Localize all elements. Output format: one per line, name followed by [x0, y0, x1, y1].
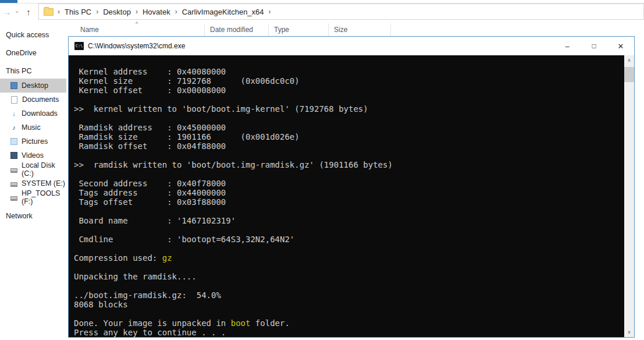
breadcrumb-separator-icon: ›	[96, 8, 98, 16]
sidebar-item-downloads[interactable]: ↓Downloads	[0, 107, 66, 121]
console-line: Kernel size : 7192768 (0x006dc0c0)	[74, 76, 624, 86]
sidebar-item-this-pc[interactable]: This PC	[0, 64, 66, 78]
console-line: Tags address : 0x44000000	[74, 188, 624, 197]
column-header-label: Size	[334, 26, 347, 34]
column-headers: ^NameDate modifiedTypeSize	[72, 23, 644, 36]
sidebar-item-label: Music	[22, 123, 41, 132]
picture-icon	[10, 138, 17, 145]
console-line	[74, 58, 624, 67]
video-icon	[10, 152, 17, 159]
window-controls: – □ ✕	[554, 37, 634, 55]
sidebar-item-label: OneDrive	[6, 49, 37, 57]
sidebar-item-network[interactable]: Network	[0, 209, 66, 223]
document-icon	[11, 96, 17, 104]
console-output: Kernel address : 0x40080000 Kernel size …	[69, 55, 624, 337]
console-line: Ramdisk size : 1901166 (0x001d026e)	[74, 132, 624, 141]
column-header-label: Name	[80, 26, 99, 34]
console-line: Ramdisk address : 0x45000000	[74, 123, 624, 132]
download-icon: ↓	[10, 110, 17, 117]
column-header-label: Date modified	[210, 26, 253, 34]
sidebar-item-quick-access[interactable]: Quick access	[0, 28, 66, 42]
console-line: >> kernel written to 'boot/boot.img-kern…	[74, 104, 624, 114]
close-button[interactable]: ✕	[607, 37, 634, 55]
console-line: Kernel address : 0x40080000	[74, 67, 624, 76]
breadcrumb: ›This PC›Desktop›Hovatek›CarlivImageKitc…	[54, 6, 275, 17]
navigation-toolbar: → ⌄ ↑ ›This PC›Desktop›Hovatek›CarlivIma…	[0, 3, 644, 20]
sidebar-item-label: Pictures	[22, 137, 48, 146]
cmd-titlebar[interactable]: C:\ C:\Windows\system32\cmd.exe – □ ✕	[69, 37, 634, 55]
sidebar: Quick accessOneDriveThis PCDesktopDocume…	[0, 23, 66, 340]
address-bar[interactable]: ›This PC›Desktop›Hovatek›CarlivImageKitc…	[38, 3, 644, 20]
console-line: ../boot.img-ramdisk.gz: 54.0%	[74, 291, 624, 300]
console-line	[74, 309, 624, 318]
sidebar-item-onedrive[interactable]: OneDrive	[0, 46, 66, 60]
column-header-label: Type	[274, 26, 289, 34]
sidebar-item-videos[interactable]: Videos	[0, 148, 66, 162]
disk-icon	[10, 182, 17, 187]
console-line	[74, 95, 624, 104]
console-line: Ramdisk offset : 0x04f88000	[74, 141, 624, 151]
breadcrumb-item[interactable]: Hovatek	[142, 6, 171, 17]
sidebar-item-music[interactable]: ♪Music	[0, 121, 66, 134]
sidebar-item-desktop[interactable]: Desktop	[0, 79, 66, 93]
scrollbar-thumb[interactable]	[624, 67, 634, 82]
column-header-size[interactable]: Size	[329, 23, 391, 36]
console-line: 8068 blocks	[74, 300, 624, 309]
console-line	[74, 225, 624, 235]
column-header-type[interactable]: Type	[269, 23, 329, 36]
scroll-up-icon[interactable]: ∧	[624, 55, 634, 65]
chevron-down-icon[interactable]: ⌄	[13, 8, 21, 14]
breadcrumb-separator-icon: ›	[175, 8, 177, 16]
highlighted-text: gz	[162, 253, 172, 263]
sidebar-item-label: Videos	[22, 151, 44, 160]
console-line: Unpacking the ramdisk....	[74, 272, 624, 281]
forward-arrow-icon[interactable]: →	[1, 7, 13, 17]
console-line: Compression used: gz	[74, 253, 624, 263]
sidebar-item-label: Network	[6, 212, 33, 220]
console-line	[74, 169, 624, 179]
sidebar-item-label: Local Disk (C:)	[22, 161, 66, 178]
sidebar-item-label: Desktop	[22, 82, 48, 90]
sidebar-item-label: Documents	[22, 95, 59, 104]
console-line: Kernel offset : 0x00008000	[74, 86, 624, 95]
sidebar-item-pictures[interactable]: Pictures	[0, 134, 66, 148]
scroll-down-icon[interactable]: ∨	[624, 327, 634, 337]
sidebar-item-label: Downloads	[22, 109, 58, 118]
console-line	[74, 263, 624, 272]
cmd-window: C:\ C:\Windows\system32\cmd.exe – □ ✕ Ke…	[68, 36, 635, 338]
column-header-date-modified[interactable]: Date modified	[205, 23, 269, 36]
window-edge-accent	[0, 0, 17, 3]
sidebar-item-documents[interactable]: Documents	[0, 93, 66, 107]
disk-icon	[10, 168, 17, 173]
sidebar-item-hp-tools-f[interactable]: HP_TOOLS (F:)	[0, 190, 66, 204]
console-line: >> ramdisk written to 'boot/boot.img-ram…	[74, 160, 624, 169]
up-arrow-icon[interactable]: ↑	[21, 7, 36, 17]
console-line	[74, 207, 624, 216]
music-icon: ♪	[10, 124, 17, 131]
sort-ascending-icon: ^	[136, 21, 138, 27]
console-line	[74, 114, 624, 123]
breadcrumb-separator-icon: ›	[269, 8, 271, 16]
sidebar-item-label: HP_TOOLS (F:)	[22, 189, 66, 206]
console-line: Tags offset : 0x03f88000	[74, 197, 624, 207]
console-line	[74, 151, 624, 160]
cmd-icon: C:\	[74, 42, 84, 50]
breadcrumb-separator-icon: ›	[136, 8, 138, 16]
minimize-button[interactable]: –	[554, 37, 581, 55]
breadcrumb-item[interactable]: CarlivImageKitchen_x64	[182, 6, 265, 17]
highlighted-text: boot	[231, 318, 251, 328]
console-line: Done. Your image is unpacked in boot fol…	[74, 318, 624, 328]
console-line: Second address : 0x40f78000	[74, 179, 624, 188]
sidebar-item-local-disk-c[interactable]: Local Disk (C:)	[0, 162, 66, 176]
breadcrumb-item[interactable]: Desktop	[102, 6, 131, 17]
maximize-button[interactable]: □	[581, 37, 607, 55]
console-line	[74, 244, 624, 253]
sidebar-item-system-e[interactable]: SYSTEM (E:)	[0, 176, 66, 190]
sidebar-item-label: This PC	[6, 67, 31, 75]
column-header-name[interactable]: ^Name	[72, 23, 205, 36]
console-line: Cmdline : 'bootopt=64S3,32N2,64N2'	[74, 235, 624, 244]
breadcrumb-item[interactable]: This PC	[64, 6, 92, 17]
screen: { "icons": { "forward": "→", "dropdown":…	[0, 0, 644, 340]
console-scrollbar[interactable]: ∧ ∨	[624, 55, 634, 337]
sidebar-item-label: SYSTEM (E:)	[22, 179, 65, 187]
